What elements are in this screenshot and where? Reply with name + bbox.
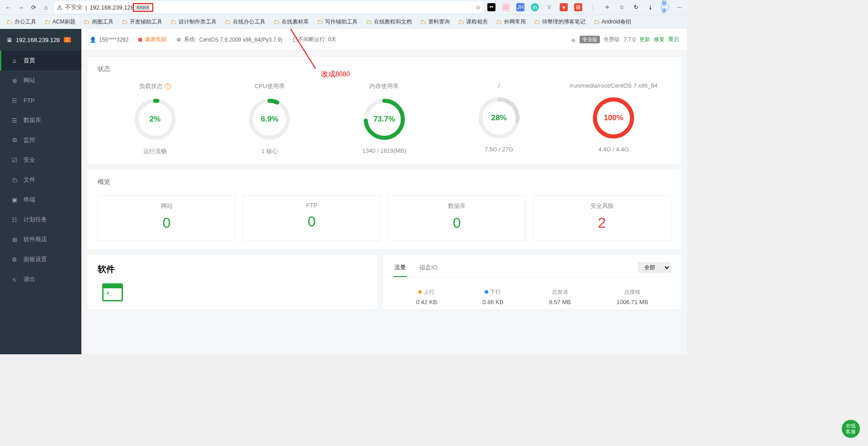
ext-icon[interactable]: ☺ [502, 3, 510, 11]
bookmark-item[interactable]: 🗀写作辅助工具 [317, 18, 358, 26]
sidebar-icon: ⊕ [11, 77, 18, 84]
sidebar-header: 🖥 192.168.239.128 0 [0, 29, 81, 51]
traffic-tabs: 流量 磁盘IO [393, 263, 671, 277]
sidebar-item[interactable]: 🗀文件 [0, 170, 81, 190]
ext-menu-icon[interactable]: ✧ [603, 3, 611, 11]
sidebar: 🖥 192.168.239.128 0 ⌂首页⊕网站☵FTP☰数据库⧉监控☑安全… [0, 29, 81, 354]
reload-button[interactable]: ⟳ [29, 4, 38, 11]
bookmark-item[interactable]: 🗀ACM刷题 [44, 18, 75, 26]
sidebar-item[interactable]: ⊞软件商店 [0, 230, 81, 249]
gauge-value: 73.7% [362, 97, 407, 142]
bookmark-item[interactable]: 🗀办公工具 [6, 18, 36, 26]
overview-item[interactable]: 网站0 [98, 195, 236, 241]
overview-item[interactable]: FTP0 [243, 195, 381, 241]
bookmark-item[interactable]: 🗀外网常用 [496, 18, 526, 26]
folder-icon: 🗀 [594, 19, 599, 25]
more-button[interactable]: ··· [675, 3, 684, 11]
overview-label: 数据库 [388, 202, 525, 210]
gauge-title: CPU使用率 [220, 82, 319, 90]
home-button[interactable]: ⌂ [42, 4, 51, 11]
address-bar[interactable]: ⚠ 不安全 | 192.168.239.128:8888 ☆ [54, 1, 484, 13]
sidebar-label: 数据库 [24, 116, 41, 124]
sidebar-item[interactable]: ⌂首页 [0, 51, 81, 70]
back-button[interactable]: ← [4, 4, 13, 11]
folder-icon: 🗀 [420, 19, 426, 25]
tab-diskio[interactable]: 磁盘IO [419, 263, 439, 277]
free-label: 免费版 [604, 36, 620, 43]
sidebar-label: 文件 [24, 176, 35, 184]
divider: | [589, 3, 597, 11]
bookmark-item[interactable]: 🗀在线办公工具 [225, 18, 265, 26]
overview-item[interactable]: 安全风险2 [533, 195, 671, 241]
sidebar-item[interactable]: ⚙面板设置 [0, 249, 81, 269]
ext-icon[interactable]: ⊞ [574, 3, 582, 11]
url-text: 192.168.239.128:8888 [90, 4, 473, 11]
gauge[interactable]: CPU使用率6.9%1 核心 [220, 82, 319, 155]
ext-icon[interactable]: •• [487, 3, 495, 11]
terminal-icon[interactable] [102, 283, 123, 301]
unsafe-label: 不安全 [65, 3, 83, 11]
login-button[interactable]: 登录 [661, 3, 669, 11]
restart-link[interactable]: 重启 [668, 36, 679, 43]
sidebar-label: 监控 [24, 136, 35, 144]
gauge-sub: 7.5G / 27G [449, 146, 549, 153]
traffic-stat: 总接收1006.71 MB [617, 288, 648, 305]
sidebar-item[interactable]: ☷计划任务 [0, 210, 81, 230]
folder-icon: 🗀 [84, 19, 90, 25]
bookmark-item[interactable]: 🗀设计制作类工具 [170, 18, 217, 26]
sidebar-item[interactable]: ▣终端 [0, 190, 81, 210]
sidebar-item[interactable]: ⎋退出 [0, 269, 81, 289]
favorites-icon[interactable]: ☆ [618, 3, 626, 11]
gauge[interactable]: 负载状态?2%运行流畅 [105, 82, 205, 155]
gauge[interactable]: /run/media/root/CentOS 7 x86_64100%4.4G … [564, 82, 663, 155]
sidebar-item[interactable]: ☰数据库 [0, 110, 81, 130]
traffic-value: 9.57 MB [549, 299, 571, 305]
overview-item[interactable]: 数据库0 [388, 195, 526, 241]
gauge[interactable]: 内存使用率73.7%1340 / 1819(MB) [335, 82, 434, 155]
gift-icon [138, 38, 142, 42]
favorite-icon[interactable]: ☆ [476, 4, 481, 11]
traffic-stat: 上行0.42 KB [416, 288, 437, 305]
ext-icon[interactable]: ♦ [560, 3, 568, 11]
bookmark-item[interactable]: 🗀Android春招 [594, 18, 631, 26]
update-link[interactable]: 更新 [639, 36, 650, 43]
bookmark-item[interactable]: 🗀画图工具 [84, 18, 113, 26]
traffic-filter[interactable]: 全部 [638, 263, 671, 272]
download-icon[interactable]: ⭳ [646, 3, 655, 11]
user-icon: 👤 [90, 37, 96, 43]
extension-icons: •• ☺ JH m V ♦ ⊞ | ✧ ☆ ↻ ⭳ 登录 ··· [487, 3, 684, 11]
gauge[interactable]: /28%7.5G / 27G [449, 82, 549, 155]
gauge-title: / [449, 82, 549, 89]
overview-value: 0 [243, 213, 380, 230]
ext-icon[interactable]: m [531, 3, 539, 11]
bookmark-item[interactable]: 🗀课程相关 [458, 18, 488, 26]
diamond-icon: ◈ [571, 36, 576, 43]
forward-button[interactable]: → [16, 4, 25, 11]
bookmark-item[interactable]: 🗀在线教程和文档 [366, 18, 412, 26]
sys-label: 系统: [184, 36, 196, 43]
sidebar-label: 计划任务 [24, 216, 47, 224]
folder-icon: 🗀 [122, 19, 127, 25]
traffic-card: 流量 磁盘IO 全部 上行0.42 KB下行0.86 KB总发送9.57 MB总… [383, 255, 681, 309]
folder-icon: 🗀 [366, 19, 372, 25]
sidebar-item[interactable]: ⊕网站 [0, 70, 81, 90]
sidebar-item[interactable]: ☵FTP [0, 90, 81, 110]
bookmark-item[interactable]: 🗀资料查询 [420, 18, 450, 26]
traffic-value: 1006.71 MB [617, 299, 648, 305]
invite-link[interactable]: 邀请奖励 [145, 36, 166, 43]
sidebar-label: 终端 [24, 196, 35, 204]
fix-link[interactable]: 修复 [654, 36, 665, 43]
sidebar-item[interactable]: ☑安全 [0, 150, 81, 170]
sidebar-item[interactable]: ⧉监控 [0, 130, 81, 150]
history-icon[interactable]: ↻ [632, 3, 640, 11]
sidebar-icon: ▣ [11, 197, 18, 203]
ext-icon[interactable]: JH [516, 3, 524, 11]
tab-traffic[interactable]: 流量 [393, 263, 407, 277]
sidebar-label: 面板设置 [24, 255, 47, 263]
bookmark-item[interactable]: 🗀开发辅助工具 [122, 18, 162, 26]
ext-icon[interactable]: V [545, 3, 553, 11]
bookmark-item[interactable]: 🗀在线素材库 [274, 18, 309, 26]
help-icon[interactable]: ? [165, 83, 171, 89]
bookmark-item[interactable]: 🗀待整理的博客笔记 [534, 18, 585, 26]
dot-icon [485, 290, 488, 294]
